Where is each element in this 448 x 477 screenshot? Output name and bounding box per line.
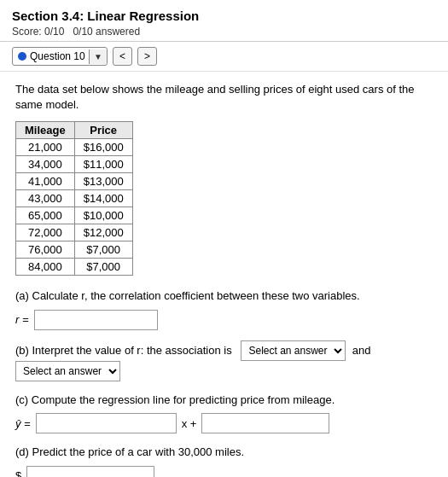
part-c-input-row: ŷ = x + [15, 413, 433, 433]
main-content: The data set below shows the mileage and… [0, 72, 448, 477]
data-table: Mileage Price 21,000$16,00034,000$11,000… [15, 121, 133, 276]
table-row: 34,000$11,000 [16, 156, 133, 173]
r-equals-label: r = [15, 313, 29, 326]
price-cell: $12,000 [74, 224, 132, 241]
dollar-label: $ [15, 469, 21, 477]
part-a-input-row: r = [15, 310, 433, 330]
score-line: Score: 0/10 0/10 answered [12, 26, 436, 38]
price-cell: $16,000 [74, 139, 132, 156]
mileage-cell: 43,000 [16, 190, 75, 207]
question-dropdown[interactable]: Question 10 [26, 48, 89, 65]
association-strength-select[interactable]: Select an answer weak moderate strong [15, 361, 120, 381]
mileage-cell: 41,000 [16, 173, 75, 190]
table-row: 43,000$14,000 [16, 190, 133, 207]
part-a-block: (a) Calculate r, the correlation coeffic… [15, 288, 433, 330]
next-button[interactable]: > [137, 47, 157, 66]
toolbar: Question 10 ▼ < > [0, 42, 448, 72]
price-cell: $7,000 [74, 241, 132, 259]
intercept-input[interactable] [201, 413, 329, 433]
col-header-price: Price [74, 122, 132, 139]
price-cell: $13,000 [74, 173, 132, 190]
r-input[interactable] [34, 310, 158, 330]
mileage-cell: 21,000 [16, 139, 75, 156]
price-cell: $14,000 [74, 190, 132, 207]
mileage-cell: 34,000 [16, 156, 75, 173]
col-header-mileage: Mileage [16, 122, 75, 139]
part-b-text-pre: (b) Interpret the value of r: the associ… [15, 344, 232, 357]
score-label: Score: 0/10 [12, 26, 64, 38]
question-dot [18, 52, 26, 61]
table-row: 72,000$12,000 [16, 224, 133, 241]
mileage-cell: 65,000 [16, 207, 75, 224]
table-row: 65,000$10,000 [16, 207, 133, 224]
mileage-cell: 72,000 [16, 224, 75, 241]
mileage-cell: 84,000 [16, 259, 75, 276]
question-selector[interactable]: Question 10 ▼ [12, 47, 108, 66]
part-d-block: (d) Predict the price of a car with 30,0… [15, 444, 433, 477]
yhat-label: ŷ = [15, 417, 31, 430]
table-row: 41,000$13,000 [16, 173, 133, 190]
part-a-label: (a) Calculate r, the correlation coeffic… [15, 288, 433, 305]
slope-input[interactable] [36, 413, 177, 433]
part-c-label: (c) Compute the regression line for pred… [15, 392, 433, 409]
part-d-label: (d) Predict the price of a car with 30,0… [15, 444, 433, 461]
page-header: Section 3.4: Linear Regression Score: 0/… [0, 0, 448, 42]
answered-label: 0/10 answered [73, 26, 140, 38]
mileage-cell: 76,000 [16, 241, 75, 259]
price-cell: $10,000 [74, 207, 132, 224]
prev-button[interactable]: < [113, 47, 132, 66]
part-d-input-row: $ [15, 466, 433, 477]
price-cell: $11,000 [74, 156, 132, 173]
table-row: 76,000$7,000 [16, 241, 133, 259]
x-plus-label: x + [182, 417, 197, 430]
page-title: Section 3.4: Linear Regression [12, 9, 436, 23]
price-input[interactable] [26, 466, 154, 477]
intro-text: The data set below shows the mileage and… [15, 82, 433, 113]
part-c-block: (c) Compute the regression line for pred… [15, 392, 433, 434]
table-row: 21,000$16,000 [16, 139, 133, 156]
part-b-label: (b) Interpret the value of r: the associ… [15, 340, 433, 381]
dropdown-arrow-icon[interactable]: ▼ [89, 49, 107, 64]
and-text: and [352, 344, 371, 357]
association-type-select[interactable]: Select an answer positive negative [241, 340, 346, 361]
table-row: 84,000$7,000 [16, 259, 133, 276]
price-cell: $7,000 [74, 259, 132, 276]
part-b-block: (b) Interpret the value of r: the associ… [15, 340, 433, 381]
